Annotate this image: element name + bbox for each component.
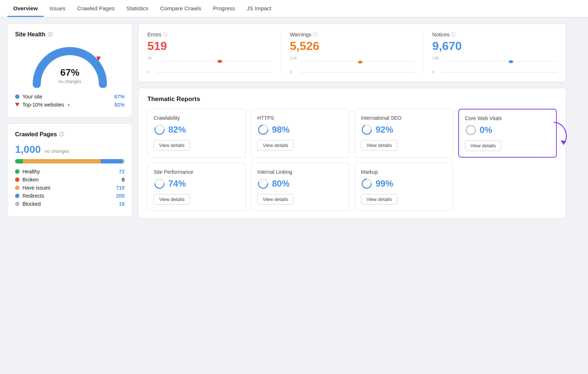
- nav-progress[interactable]: Progress: [207, 1, 241, 17]
- crawled-pages-card: Crawled Pages ⓘ 1,000 no changes Healthy: [7, 123, 132, 217]
- errors-info-icon[interactable]: ⓘ: [163, 31, 168, 38]
- errors-label: Errors ⓘ: [147, 31, 272, 38]
- stat-broken: Broken 0: [15, 177, 125, 183]
- stat-blocked: Blocked 18: [15, 201, 125, 207]
- notices-value: 9,670: [432, 39, 557, 53]
- thematic-reports-card: Thematic Reports Crawlability 82% View d…: [138, 88, 566, 219]
- warnings-value: 5,526: [290, 39, 415, 53]
- svg-marker-17: [560, 140, 566, 144]
- metrics-card: Errors ⓘ 519 1K 0 Warnings ⓘ: [138, 24, 566, 82]
- crawled-no-changes: no changes: [44, 148, 69, 154]
- svg-point-6: [358, 61, 362, 64]
- warnings-chart: 11K 0: [290, 56, 415, 74]
- warnings-info-icon[interactable]: ⓘ: [313, 31, 318, 38]
- bar-blocked: [123, 159, 125, 163]
- internal-linking-circle: [257, 178, 269, 190]
- view-details-markup[interactable]: View details: [361, 194, 397, 205]
- errors-value: 519: [147, 39, 272, 53]
- bar-healthy: [15, 159, 23, 163]
- errors-metric: Errors ⓘ 519 1K 0: [147, 31, 281, 74]
- site-health-info-icon[interactable]: ⓘ: [48, 31, 53, 38]
- report-markup: Markup 99% View details: [355, 163, 453, 211]
- site-performance-circle: [154, 178, 165, 190]
- stat-healthy: Healthy 72: [15, 169, 125, 175]
- crawled-count: 1,000: [15, 144, 41, 155]
- crawled-count-row: 1,000 no changes: [15, 144, 125, 155]
- crawled-pages-title: Crawled Pages ⓘ: [15, 131, 125, 138]
- warnings-metric: Warnings ⓘ 5,526 11K 0: [290, 31, 424, 74]
- crawled-bar: [15, 159, 125, 163]
- nav-compare-crawls[interactable]: Compare Crawls: [154, 1, 207, 17]
- main-content: Site Health ⓘ 67% no changes: [0, 18, 573, 224]
- notices-metric: Notices ⓘ 9,670 19K 0: [432, 31, 557, 74]
- markup-circle: [361, 178, 373, 190]
- view-details-core-web-vitals[interactable]: View details: [465, 140, 501, 151]
- left-column: Site Health ⓘ 67% no changes: [7, 24, 132, 219]
- international-seo-circle: [361, 124, 373, 136]
- view-details-crawlability[interactable]: View details: [154, 140, 190, 151]
- notices-chart: 19K 0: [432, 56, 557, 74]
- svg-point-9: [509, 60, 513, 63]
- view-details-internal-linking[interactable]: View details: [257, 194, 294, 205]
- stat-redirects: Redirects 200: [15, 193, 125, 199]
- notices-info-icon[interactable]: ⓘ: [451, 31, 456, 38]
- healthy-dot: [15, 169, 19, 174]
- view-details-https[interactable]: View details: [257, 140, 294, 151]
- nav-crawled-pages[interactable]: Crawled Pages: [71, 1, 121, 17]
- gauge-center: 67% no changes: [58, 67, 81, 84]
- view-details-site-performance[interactable]: View details: [154, 194, 190, 205]
- warnings-label: Warnings ⓘ: [290, 31, 415, 38]
- reports-top-grid: Crawlability 82% View details HTTPS: [147, 109, 557, 158]
- reports-bottom-grid: Site Performance 74% View details Intern…: [147, 163, 557, 211]
- legend-your-site: Your site 67%: [15, 94, 125, 100]
- nav-bar: Overview Issues Crawled Pages Statistics…: [0, 0, 588, 18]
- notices-label: Notices ⓘ: [432, 31, 557, 38]
- chevron-down-icon[interactable]: ∨: [67, 103, 70, 107]
- thematic-reports-title: Thematic Reports: [147, 96, 557, 103]
- nav-issues[interactable]: Issues: [44, 1, 71, 17]
- blocked-dot: [15, 202, 19, 206]
- right-column: Errors ⓘ 519 1K 0 Warnings ⓘ: [138, 24, 566, 219]
- gauge-container: 67% no changes: [15, 44, 125, 88]
- crawled-pages-info-icon[interactable]: ⓘ: [59, 131, 64, 138]
- legend-top10: Top-10% websites ∨ 92%: [15, 102, 125, 108]
- report-international-seo: International SEO 92% View details: [355, 109, 453, 158]
- bar-have-issues: [23, 159, 101, 163]
- redirects-dot: [15, 194, 19, 198]
- core-web-vitals-circle: [465, 124, 477, 136]
- gauge-svg: 67% no changes: [29, 44, 110, 88]
- svg-point-3: [218, 60, 222, 63]
- report-core-web-vitals: Core Web Vitals 0% View details: [458, 109, 557, 158]
- report-crawlability: Crawlability 82% View details: [147, 109, 246, 158]
- top10-triangle-icon: [15, 103, 19, 107]
- svg-point-16: [466, 126, 476, 135]
- site-health-title: Site Health ⓘ: [15, 31, 125, 38]
- nav-statistics[interactable]: Statistics: [121, 1, 154, 17]
- errors-chart: 1K 0: [147, 56, 272, 74]
- site-health-card: Site Health ⓘ 67% no changes: [7, 24, 132, 118]
- nav-overview[interactable]: Overview: [7, 1, 44, 17]
- stat-have-issues: Have issues 710: [15, 185, 125, 191]
- empty-slot: [458, 163, 557, 211]
- have-issues-dot: [15, 186, 19, 190]
- your-site-dot: [15, 94, 19, 99]
- bar-redirects: [101, 159, 123, 163]
- nav-js-impact[interactable]: JS Impact: [241, 1, 277, 17]
- arrow-annotation: [552, 121, 574, 146]
- view-details-international-seo[interactable]: View details: [361, 140, 397, 151]
- broken-dot: [15, 177, 19, 182]
- report-https: HTTPS 98% View details: [251, 109, 349, 158]
- report-site-performance: Site Performance 74% View details: [147, 163, 246, 211]
- crawlability-circle: [154, 124, 165, 136]
- https-circle: [257, 124, 269, 136]
- report-internal-linking: Internal Linking 80% View details: [251, 163, 349, 211]
